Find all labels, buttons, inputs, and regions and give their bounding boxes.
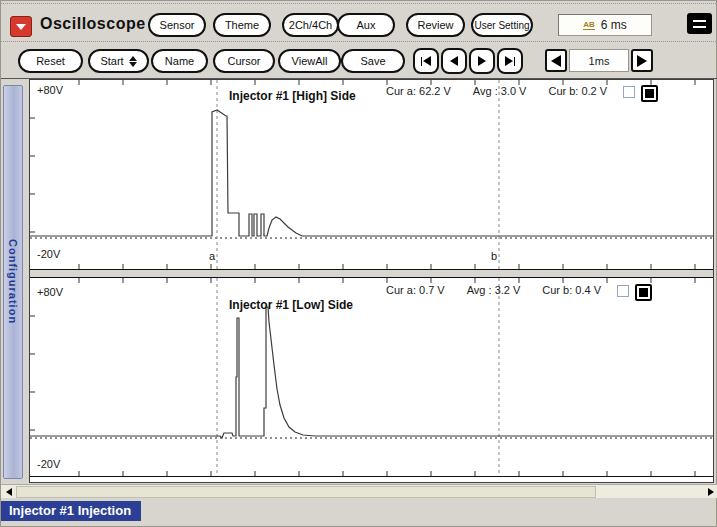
cursor-b-label: b [491, 250, 497, 262]
up-down-stepper-icon [129, 56, 137, 67]
menu-icon[interactable] [687, 13, 712, 34]
cursor-time-display: AB 6 ms [558, 14, 652, 36]
sidebar-tab-configuration[interactable]: Configuration [3, 85, 23, 479]
channel-2-cursor-b-value: Cur b: 0.4 V [542, 284, 601, 296]
right-triangle-icon [708, 488, 714, 496]
cursor-a-label: a [209, 250, 215, 262]
sidebar-tab-label: Configuration [7, 239, 19, 324]
channel-1-measurements: Cur a: 62.2 V Avg : 3.0 V Cur b: 0.2 V [386, 85, 658, 102]
left-triangle-icon [551, 55, 561, 67]
scope-display: +80V Injector #1 [High] Side Cur a: 62.2… [29, 79, 714, 483]
left-triangle-icon [6, 488, 12, 496]
sensor-button[interactable]: Sensor [148, 13, 206, 37]
timebase-decrease-button[interactable] [545, 49, 567, 72]
channel-2-cursor-a-value: Cur a: 0.7 V [386, 284, 445, 296]
channel-1-vmax-label: +80V [37, 84, 63, 96]
cursor-time-value: 6 ms [601, 18, 627, 32]
reset-button[interactable]: Reset [18, 49, 83, 73]
right-triangle-icon [637, 55, 647, 67]
scroll-left-button[interactable] [2, 486, 15, 498]
timebase-increase-button[interactable] [631, 49, 653, 72]
step-back-button[interactable] [441, 48, 467, 74]
channel-2-title: Injector #1 [Low] Side [229, 298, 353, 312]
channel-1-checkbox-unchecked[interactable] [623, 86, 635, 98]
channel-2-measurements: Cur a: 0.7 V Avg : 3.2 V Cur b: 0.4 V [386, 284, 652, 301]
skip-last-button[interactable] [497, 48, 523, 74]
save-button[interactable]: Save [341, 49, 405, 73]
step-forward-button[interactable] [469, 48, 495, 74]
channel-1-cursor-b-value: Cur b: 0.2 V [548, 85, 607, 97]
top-divider [1, 3, 717, 4]
channel-1-title: Injector #1 [High] Side [229, 89, 356, 103]
down-triangle-icon [16, 24, 26, 30]
start-dropdown-button[interactable]: Start [88, 49, 149, 73]
channel-2-waveform[interactable] [30, 278, 713, 476]
theme-button[interactable]: Theme [213, 13, 271, 37]
channel-2-vmax-label: +80V [37, 286, 63, 298]
menu-bar-icon [692, 19, 707, 23]
app-menu-button[interactable] [10, 16, 32, 37]
right-triangle-icon [478, 56, 486, 66]
name-button[interactable]: Name [151, 49, 208, 73]
ab-cursor-icon: AB [583, 20, 595, 30]
aux-button[interactable]: Aux [337, 13, 395, 37]
skip-first-button[interactable] [413, 48, 439, 74]
start-label: Start [100, 55, 123, 67]
last-bar-icon [514, 57, 515, 66]
status-label: Injector #1 Injection [1, 501, 141, 521]
right-triangle-icon [505, 56, 513, 66]
channel-1-waveform[interactable] [30, 80, 713, 269]
channel-1-cursor-a-value: Cur a: 62.2 V [386, 85, 451, 97]
scrollbar-thumb[interactable] [16, 486, 596, 498]
menu-bar-icon [692, 25, 707, 29]
left-triangle-icon [450, 56, 458, 66]
oscilloscope-window: Oscilloscope Sensor Theme 2Ch/4Ch Aux Re… [0, 0, 717, 527]
channel-separator [30, 270, 713, 278]
channel-2: +80V Injector #1 [Low] Side Cur a: 0.7 V… [30, 278, 713, 477]
viewall-button[interactable]: ViewAll [278, 49, 341, 73]
review-button[interactable]: Review [406, 13, 465, 37]
header-divider [1, 41, 717, 42]
horizontal-scrollbar[interactable] [1, 484, 717, 498]
timebase-value: 1ms [569, 49, 629, 72]
channel-2-checkbox-checked[interactable] [635, 284, 652, 301]
cursor-button[interactable]: Cursor [213, 49, 275, 73]
channel-1-avg-value: Avg : 3.0 V [473, 85, 527, 97]
first-bar-icon [421, 57, 422, 66]
channel-1-vmin-label: -20V [37, 248, 60, 260]
channel-2-checkbox-unchecked[interactable] [617, 285, 629, 297]
user-setting-button[interactable]: User Setting [471, 13, 533, 37]
plot-bottom-strip [30, 477, 713, 481]
channel-1: +80V Injector #1 [High] Side Cur a: 62.2… [30, 80, 713, 270]
scroll-right-button[interactable] [704, 486, 717, 498]
app-title: Oscilloscope [40, 15, 146, 33]
channel-2-avg-value: Avg : 3.2 V [467, 284, 521, 296]
channel-1-checkbox-checked[interactable] [641, 85, 658, 102]
channel-2-vmin-label: -20V [37, 458, 60, 470]
channel-mode-button[interactable]: 2Ch/4Ch [282, 13, 339, 37]
left-triangle-icon [423, 56, 431, 66]
